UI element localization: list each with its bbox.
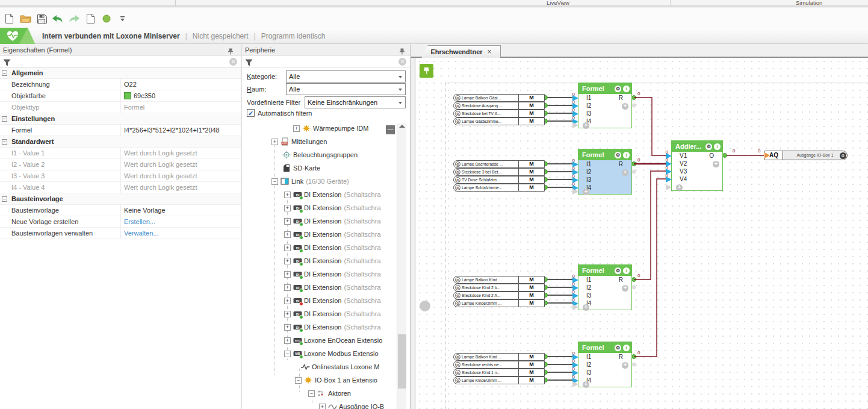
tree-expander-icon[interactable]: − [295,377,302,384]
property-value[interactable]: Erstellen... [120,216,241,227]
tree-expander-icon[interactable]: + [284,324,291,331]
gear-icon[interactable]: ⚙ [455,169,460,175]
property-value[interactable]: O22 [120,79,241,90]
gear-icon[interactable]: ⚙ [455,354,460,360]
function-block-formel[interactable]: Formel⚙iI1I2I3I4R++ [578,83,632,128]
property-value[interactable]: I4*256+I3*512+I2*1024+I1*2048 [120,125,241,136]
gear-icon[interactable]: ⚙ [455,111,460,116]
gear-icon[interactable]: ⚙ [455,119,460,124]
function-block-formel[interactable]: Formel⚙iI1I2I3I4R++ [578,342,632,387]
open-project-icon[interactable] [19,13,31,25]
input-port-i3[interactable] [572,293,578,299]
block-header[interactable]: Formel⚙i [578,265,631,276]
input-reference-pill[interactable]: ⚙Lampe Dachterasse ...M [453,160,545,168]
tree-expander-icon[interactable]: + [284,258,291,264]
property-value[interactable]: Wert durch Logik gesetzt [120,182,241,193]
tree-expander-icon[interactable]: + [284,271,291,278]
property-group-header[interactable]: −Allgemein [0,67,241,79]
tree-expander-icon[interactable]: + [293,125,300,132]
color-swatch[interactable] [124,92,131,99]
property-row[interactable]: BausteinvorlageKeine Vorlage [0,205,241,216]
collapse-icon[interactable]: − [2,116,7,122]
block-header[interactable]: Formel⚙i [578,342,631,353]
gear-icon[interactable]: ⚙ [615,152,621,158]
tree-item-io-box-1-an-extensio[interactable]: −IO-Box 1 an Extensio [242,375,397,385]
tree-expander-icon[interactable]: + [271,139,278,145]
property-row[interactable]: Neue Vorlage erstellenErstellen... [0,216,241,228]
function-block-formel[interactable]: Formel⚙iI1I2I3I4R++ [578,149,632,195]
tree-expander-icon[interactable]: + [284,337,291,344]
input-port-i2[interactable] [572,169,578,175]
tree-expander-icon[interactable]: − [271,178,278,185]
input-port-i1[interactable] [572,95,578,101]
gear-icon[interactable]: ⚙ [615,345,621,351]
collapse-button[interactable]: — [386,125,395,134]
save-project-icon[interactable] [36,13,48,25]
input-reference-pill[interactable]: ⚙Steckdose Kind 2 b...M [453,284,545,292]
tree-expander-icon[interactable]: + [284,298,291,304]
tree-item-di-extension[interactable]: +DIDI Extension(Schaltschra [242,190,397,199]
tree-item-beleuchtungsgruppen[interactable]: Beleuchtungsgruppen [242,150,397,160]
input-port-i3[interactable] [572,370,578,376]
gear-icon[interactable]: ⚙ [455,362,460,367]
input-port-i2[interactable] [572,362,578,368]
function-block-addier[interactable]: Addier...⚙iV1V2V3V4O++ [671,140,723,191]
tree-item-aktoren[interactable]: −Aktoren [242,389,397,398]
tree-item-loxone-modbus-extensio[interactable]: −MBLoxone Modbus Extensio [242,349,397,358]
input-port-i3[interactable] [572,177,578,183]
tree-expander-icon[interactable]: − [308,390,315,397]
input-reference-pill[interactable]: ⚙Steckdose bei TV A...M [453,110,545,117]
property-value[interactable]: Verwalten... [120,228,241,239]
tree-item-sd-karte[interactable]: SD-Karte [242,163,397,173]
gear-icon[interactable]: ⚙ [455,285,460,290]
tree-item-di-extension[interactable]: +DIDI Extension(Schaltschra [242,216,397,226]
input-port-v3[interactable] [666,169,672,175]
tab-ehrschwendtner[interactable]: Ehrschwendtner × [421,45,501,58]
add-output-icon[interactable]: + [622,362,628,369]
input-port-i1[interactable] [572,354,578,360]
tree-item-di-extension[interactable]: +DIDI Extension(Schaltschra [242,309,397,319]
redo-icon[interactable] [68,13,80,25]
property-row[interactable]: FormelI4*256+I3*512+I2*1024+I1*2048 [0,125,241,136]
undo-icon[interactable] [52,13,64,25]
info-icon[interactable]: i [623,267,630,274]
input-port-v2[interactable] [666,161,672,167]
tree-item-loxone-enocean-extensio[interactable]: +EnOLoxone EnOcean Extensio [242,336,397,345]
input-port-i1[interactable] [572,277,578,283]
collapse-icon[interactable]: − [2,196,7,202]
add-input-icon[interactable]: + [583,122,589,129]
input-reference-pill[interactable]: ⚙Lampe Kinderzimm ...M [453,299,545,307]
connection-status-icon[interactable] [101,13,113,25]
tree-item-di-extension[interactable]: +DIDI Extension(Schaltschra [242,296,397,305]
input-port-i2[interactable] [572,285,578,291]
property-group-header[interactable]: −Bausteinvorlage [0,193,241,205]
block-header[interactable]: Formel⚙i [578,149,631,160]
tree-item-di-extension[interactable]: +DIDI Extension(Schaltschra [242,322,397,332]
gear-icon[interactable]: ⚙ [455,177,460,183]
input-port-i2[interactable] [572,103,578,109]
tree-item-link[interactable]: −Link(16/30 Geräte) [242,176,397,186]
gear-icon[interactable]: ⚙ [455,301,460,306]
input-reference-pill[interactable]: ⚙Lampe Kinderzimm ...M [453,376,545,384]
add-output-icon[interactable]: + [622,169,628,176]
tree-item-di-extension[interactable]: +DIDI Extension(Schaltschra [242,256,397,266]
gear-icon[interactable]: ⚙ [455,161,460,167]
input-reference-pill[interactable]: ⚙TV Dose Schlafzim...M [453,176,545,184]
tree-item-di-extension[interactable]: +DIDI Extension(Schaltschra [242,243,397,252]
function-block-formel[interactable]: Formel⚙iI1I2I3I4R++ [578,264,632,310]
collapse-icon[interactable]: − [2,70,7,76]
tree-expander-icon[interactable]: + [284,231,291,238]
add-input-icon[interactable]: + [583,304,589,311]
add-output-icon[interactable]: + [622,103,628,110]
tree-expander-icon[interactable]: + [284,311,291,317]
property-row[interactable]: I4 - Value 4Wert durch Logik gesetzt [0,182,241,193]
property-group-header[interactable]: −Einstellungen [0,113,241,125]
gear-icon[interactable]: ⚙ [455,103,460,108]
add-input-icon[interactable]: + [676,184,683,191]
input-reference-pill[interactable]: ⚙Lampe Balkon Kind ...M [453,353,545,361]
tree-item-di-extension[interactable]: +DIDI Extension(Schaltschra [242,283,397,292]
tree-expander-icon[interactable]: + [284,218,291,225]
tree-item-w-rmepumpe-idm[interactable]: +Wärmepumpe IDM [242,123,397,133]
input-reference-pill[interactable]: ⚙Steckdose rechts ne...M [453,361,545,369]
tree-expander-icon[interactable]: + [319,404,326,409]
